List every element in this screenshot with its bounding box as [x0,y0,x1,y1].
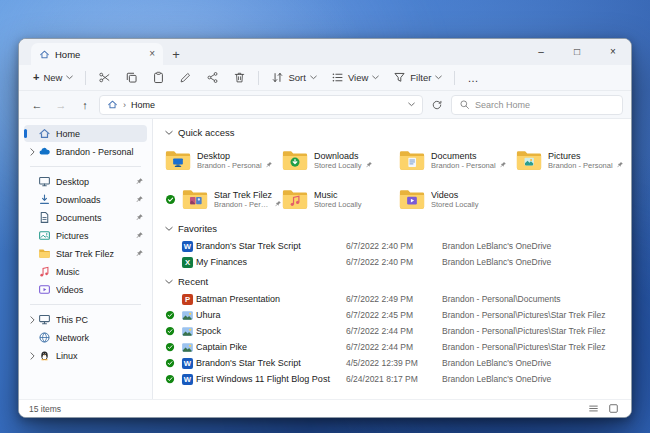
pin-icon [135,195,144,204]
new-button[interactable]: + New [27,68,79,88]
svg-text:P: P [185,295,190,304]
sidebar-item-music[interactable]: Music [24,263,147,280]
sort-button[interactable]: Sort [265,68,322,88]
quick-access-tile-star-trek-filez[interactable]: Star Trek FilezBrandon - Perso...\Pictur… [165,183,282,215]
quick-access-tile-desktop[interactable]: DesktopBrandon - Personal [165,144,282,176]
details-view-button[interactable] [585,402,601,416]
pin-icon [135,231,144,240]
sidebar-nav: HomeBrandon - PersonalDesktopDownloadsDo… [19,119,153,399]
section-header-recent[interactable]: Recent [153,270,631,291]
network-icon [37,331,52,344]
new-tab-button[interactable]: + [163,43,189,65]
rename-button[interactable] [173,68,198,88]
section-header-quick-access[interactable]: Quick access [153,121,631,142]
file-list-pane: Quick access DesktopBrandon - PersonalDo… [153,119,631,399]
file-name: My Finances [196,257,346,267]
delete-button[interactable] [227,68,252,88]
file-row-brandon-s-star-trek-script[interactable]: WBrandon's Star Trek Script6/7/2022 2:40… [165,238,631,254]
tile-sub: Stored Locally [431,200,479,209]
sidebar-item-linux[interactable]: Linux [24,347,147,364]
search-input[interactable] [475,100,615,110]
filter-button[interactable]: Filter [387,68,448,88]
tile-sub-label: Brandon - Perso...\Pictures [214,200,271,209]
sidebar-item-brandon-personal[interactable]: Brandon - Personal [24,143,147,160]
maximize-button[interactable]: □ [559,39,595,64]
view-button[interactable]: View [325,68,385,88]
sidebar-item-videos[interactable]: Videos [24,281,147,298]
quick-access-tile-pictures[interactable]: PicturesBrandon - Personal [516,144,631,176]
quick-access-tile-videos[interactable]: VideosStored Locally [399,183,516,215]
cut-button[interactable] [92,68,117,88]
close-button[interactable]: × [595,39,631,64]
back-button[interactable]: ← [27,95,47,115]
address-field[interactable]: › Home [99,95,423,115]
paste-button[interactable] [146,68,171,88]
sidebar-item-this-pc[interactable]: This PC [24,311,147,328]
copy-button[interactable] [119,68,144,88]
sidebar-item-network[interactable]: Network [24,329,147,346]
breadcrumb-separator: › [123,100,126,110]
desktop-wallpaper: Home × + – □ × + New [0,0,650,433]
refresh-button[interactable] [427,95,447,115]
file-row-spock[interactable]: Spock6/7/2022 2:44 PMBrandon - Personal\… [165,323,631,339]
section-title: Quick access [178,127,235,138]
file-row-first-windows-11-flight-blog-post[interactable]: WFirst Windows 11 Flight Blog Post6/24/2… [165,371,631,387]
sidebar-item-documents[interactable]: Documents [24,209,147,226]
section-header-favorites[interactable]: Favorites [153,217,631,238]
sidebar-item-pictures[interactable]: Pictures [24,227,147,244]
desktop-icon [37,175,52,188]
chevron-down-icon[interactable] [408,102,415,107]
tab-close-icon[interactable]: × [149,49,155,59]
sidebar-item-home[interactable]: Home [24,125,147,142]
quick-access-tile-music[interactable]: MusicStored Locally [282,183,399,215]
file-date: 6/7/2022 2:49 PM [346,294,442,304]
file-name: Batman Presentation [196,294,346,304]
tile-text: MusicStored Locally [314,190,362,209]
paste-icon [152,71,165,84]
sidebar-item-label: Downloads [56,195,135,205]
file-date: 4/5/2022 12:39 PM [346,358,442,368]
tile-text: DesktopBrandon - Personal [197,151,273,170]
quick-access-tile-downloads[interactable]: DownloadsStored Locally [282,144,399,176]
sidebar-item-label: Home [56,129,144,139]
tile-name: Star Trek Filez [214,190,282,200]
section-title: Favorites [178,223,217,234]
file-row-captain-pike[interactable]: Captain Pike6/7/2022 2:44 PMBrandon - Pe… [165,339,631,355]
up-button[interactable]: ↑ [75,95,95,115]
sidebar-item-star-trek-filez[interactable]: Star Trek Filez [24,245,147,262]
file-row-brandon-s-star-trek-script[interactable]: WBrandon's Star Trek Script4/5/2022 12:3… [165,355,631,371]
linux-icon [37,349,52,362]
chevron-right-icon[interactable] [27,316,37,324]
videos-icon [37,283,52,296]
titlebar-drag-area [189,39,523,65]
file-row-my-finances[interactable]: XMy Finances6/7/2022 2:40 PMBrandon LeBl… [165,254,631,270]
tile-text: PicturesBrandon - Personal [548,151,624,170]
synced-icon [165,374,179,384]
recent-list: PBatman Presentation6/7/2022 2:49 PMBran… [153,291,631,387]
folder-videos-icon [399,189,425,210]
file-row-batman-presentation[interactable]: PBatman Presentation6/7/2022 2:49 PMBran… [165,291,631,307]
sidebar-item-desktop[interactable]: Desktop [24,173,147,190]
sidebar-item-label: Documents [56,213,135,223]
more-options-button[interactable]: … [461,72,484,84]
file-row-uhura[interactable]: Uhura6/7/2022 2:45 PMBrandon - Personal\… [165,307,631,323]
chevron-right-icon[interactable] [27,352,37,360]
search-box[interactable] [451,95,623,115]
svg-text:W: W [184,359,192,368]
tab-home[interactable]: Home × [31,43,163,65]
minimize-button[interactable]: – [523,39,559,64]
tile-text: Star Trek FilezBrandon - Perso...\Pictur… [214,190,282,209]
sidebar-item-downloads[interactable]: Downloads [24,191,147,208]
tile-name: Desktop [197,151,273,161]
breadcrumb[interactable]: Home [131,100,155,110]
thumbnails-view-icon [608,403,619,414]
thumbnails-view-button[interactable] [605,402,621,416]
chevron-right-icon[interactable] [27,148,37,156]
forward-button[interactable]: → [51,95,71,115]
share-button[interactable] [200,68,225,88]
tile-name: Documents [431,151,507,161]
tile-name: Pictures [548,151,624,161]
synced-icon [165,310,179,320]
quick-access-tile-documents[interactable]: DocumentsBrandon - Personal [399,144,516,176]
pin-icon [265,161,273,169]
